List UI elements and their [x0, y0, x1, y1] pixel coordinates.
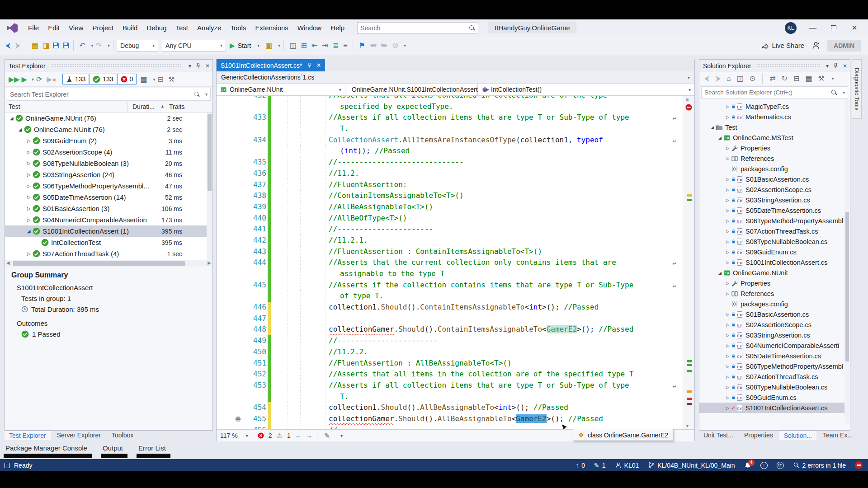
sync-icon[interactable]: ⟳ — [777, 462, 784, 469]
menu-extensions[interactable]: Extensions — [250, 19, 292, 36]
editor-scrollbar[interactable]: ≡ ▾ — [683, 96, 694, 429]
solution-row[interactable]: ▷References — [699, 153, 850, 164]
code-line[interactable]: 432//Asserts that all items contained in… — [217, 96, 694, 101]
code-line[interactable]: 439//AllBeAssignableTo<T>() — [217, 202, 694, 213]
solution-row[interactable]: ▷S06TypeMethodPropertyAssembl — [699, 361, 850, 371]
code-line[interactable]: 447 — [217, 313, 694, 324]
tree-expander-icon[interactable]: ◢ — [709, 125, 716, 130]
total-tests-filter[interactable]: 133 — [62, 74, 89, 84]
bookmark-icon[interactable]: ⚑ — [359, 41, 365, 50]
repository-user[interactable]: KL01 — [615, 462, 639, 469]
diagnostic-tools-tab[interactable]: Diagnostic Tools — [852, 59, 862, 119]
code-line[interactable]: 437//FluentAssertion: — [217, 179, 694, 191]
navigate-back-icon[interactable]: ⮜ — [5, 42, 10, 50]
tree-expander-icon[interactable]: ◢ — [717, 271, 723, 275]
properties-icon[interactable]: ⚒ — [818, 74, 825, 83]
solution-search-input[interactable] — [702, 89, 831, 96]
pin-icon[interactable] — [832, 62, 839, 69]
tree-expander-icon[interactable]: ▷ — [724, 385, 731, 389]
close-panel-icon[interactable]: ✕ — [205, 63, 210, 69]
solution-row[interactable]: ▷S1001IntCollectionAssert.cs — [699, 257, 850, 267]
new-project-icon[interactable]: ▤ — [32, 41, 38, 50]
stacked-document-row[interactable]: GenericCollectionAssertions`1.cs ▾ — [217, 71, 694, 84]
notifications-bell[interactable]: 4 — [744, 462, 751, 469]
clear-bookmarks-icon[interactable]: ⮾ — [392, 42, 398, 50]
test-row[interactable]: ▷S01BasicAssertion (3)106 ms — [5, 203, 212, 214]
restore-button[interactable] — [829, 24, 838, 32]
solution-row[interactable]: ▷S04NumericIComparableAsserti — [699, 340, 850, 351]
search-dropdown-icon[interactable]: ▾ — [205, 92, 208, 97]
solution-row[interactable]: ▷✓S1001IntCollectionAssert.cs — [699, 403, 850, 413]
menu-project[interactable]: Project — [88, 19, 118, 36]
code-line[interactable]: (int)); //Passed — [217, 145, 694, 157]
sync-with-active-document-icon[interactable]: ⇄ — [769, 74, 775, 83]
code-line[interactable]: 433//Asserts if all collection items tha… — [217, 112, 694, 123]
tree-expander-icon[interactable]: ▷ — [724, 291, 731, 296]
code-line[interactable]: T. — [217, 391, 694, 403]
save-all-icon[interactable] — [62, 42, 70, 49]
code-line[interactable]: 449//----------------------- — [217, 335, 694, 347]
next-bookmark-icon[interactable]: ⮩ — [381, 42, 388, 50]
pin-icon[interactable] — [307, 62, 312, 68]
tree-expander-icon[interactable]: ▷ — [724, 364, 731, 369]
test-row[interactable]: ▷S05DateTimeAssertion (14)52 ms — [5, 192, 212, 203]
tree-expander-icon[interactable]: ▷ — [724, 375, 731, 379]
test-tree-scrollbar[interactable] — [207, 113, 212, 260]
tree-expander-icon[interactable]: ◢ — [16, 127, 24, 132]
close-button[interactable]: ✕ — [850, 23, 859, 32]
solution-row[interactable]: ▷S05DateTimeAssertion.cs — [699, 205, 850, 216]
test-list-column-headers[interactable]: Test Durati... ▲ Traits — [5, 102, 212, 113]
tree-expander-icon[interactable]: ▷ — [724, 156, 731, 161]
solution-row[interactable]: ◢OnlineGame.MSTest — [699, 132, 850, 143]
solution-row[interactable]: ▷S06TypeMethodPropertyAssembl — [699, 216, 850, 226]
tree-expander-icon[interactable]: ▷ — [25, 251, 33, 256]
code-line[interactable]: 435//----------------------------- — [217, 157, 694, 168]
scroll-down-icon[interactable]: ▾ — [686, 423, 689, 428]
navigate-forward-icon[interactable]: ⮞ — [15, 42, 20, 50]
code-line[interactable]: 444//Asserts that the current collection… — [217, 257, 694, 268]
solution-row[interactable]: ▷S07ActionThreadTask.cs — [699, 226, 850, 236]
pending-edits[interactable]: ✎1 — [594, 462, 606, 469]
uncomment-lines-icon[interactable]: ≡ — [343, 42, 347, 50]
project-dropdown[interactable]: OnlineGame.NUnit▾ — [217, 84, 345, 95]
test-row[interactable]: ▷S03StringAssertion (24)46 ms — [5, 169, 212, 180]
solution-row[interactable]: ▷S08TypeNullableBoolean.cs — [699, 236, 850, 247]
toolbar-overflow-icon[interactable]: ▾ — [404, 43, 406, 48]
tree-expander-icon[interactable]: ▷ — [724, 312, 731, 317]
tree-expander-icon[interactable]: ▷ — [25, 217, 33, 222]
code-line[interactable]: 441//---------------------- — [217, 224, 694, 235]
tree-expander-icon[interactable]: ▷ — [724, 333, 731, 338]
tree-expander-icon[interactable]: ▷ — [724, 115, 731, 119]
code-line[interactable]: assignable to the type T — [217, 268, 694, 280]
tree-expander-icon[interactable]: ▷ — [724, 177, 731, 182]
tree-expander-icon[interactable]: ▷ — [25, 195, 33, 200]
solution-row[interactable]: ▷S03StringAssertion.cs — [699, 330, 850, 340]
zoom-dropdown-icon[interactable]: ▾ — [246, 433, 248, 438]
solution-row[interactable]: ▷S09GuidEnum.cs — [699, 392, 850, 403]
admin-button[interactable]: ADMIN — [827, 40, 861, 52]
code-cleanup-icon[interactable]: ✎ — [324, 432, 330, 440]
home-icon[interactable]: ⌂ — [726, 75, 731, 83]
code-line[interactable]: 455collectionGamer.Should().AllBeAssigna… — [217, 413, 694, 425]
back-icon[interactable]: ⮜ — [704, 75, 709, 83]
document-list-dropdown-icon[interactable]: ▾ — [688, 75, 690, 80]
zoom-level[interactable]: 117 % — [220, 432, 238, 439]
solution-row[interactable]: ▷S02AssertionScope.cs — [699, 319, 850, 330]
tree-expander-icon[interactable]: ▷ — [724, 323, 731, 327]
save-icon[interactable] — [52, 42, 60, 49]
find-in-files-icon[interactable]: ◫ — [289, 41, 296, 50]
layers-icon[interactable]: ⊟ — [158, 75, 164, 84]
tree-expander-icon[interactable]: ▷ — [724, 406, 731, 410]
autohide-tab[interactable]: Error List — [138, 443, 166, 459]
menu-debug[interactable]: Debug — [142, 19, 171, 36]
solution-tree-scrollbar[interactable] — [844, 99, 850, 423]
test-row[interactable]: ▷S09GuidEnum (2)3 ms — [5, 135, 212, 146]
solution-row[interactable]: packages.config — [699, 299, 850, 309]
solution-row[interactable]: ▷MagicTypeF.cs — [699, 101, 850, 112]
tree-expander-icon[interactable]: ▷ — [724, 104, 731, 109]
tree-expander-icon[interactable]: ◢ — [8, 116, 15, 121]
panel-tab[interactable]: Solution... — [779, 431, 816, 440]
git-branch[interactable]: KL/04B_NUnit_KL/00_Main — [648, 462, 735, 469]
quick-launch-search[interactable] — [357, 22, 478, 34]
panel-tab[interactable]: Unit Test... — [699, 431, 738, 440]
